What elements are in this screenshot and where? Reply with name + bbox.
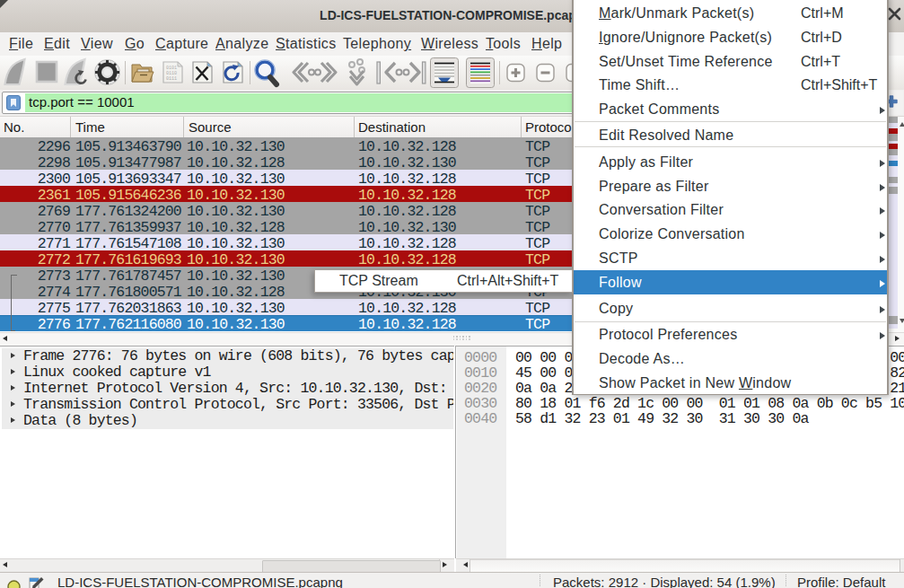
svg-text:0111: 0111 <box>166 76 177 82</box>
